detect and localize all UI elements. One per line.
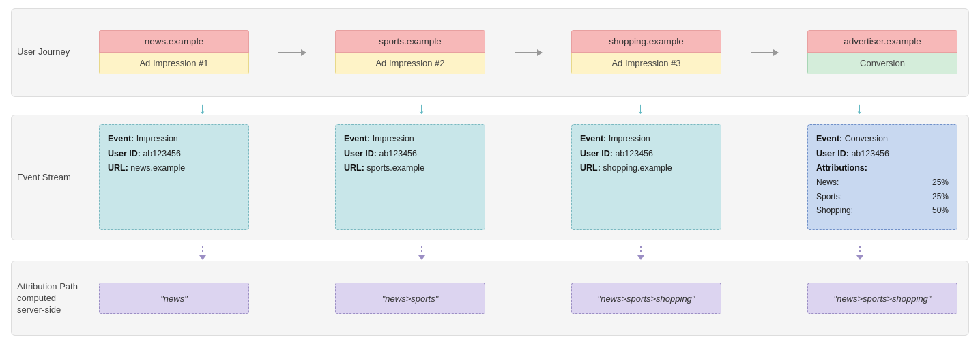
- solid-arrows-row: ↓ ↓ ↓ ↓: [11, 101, 969, 115]
- dv-arrow-2: [347, 246, 497, 261]
- dv-arrow-4: [785, 246, 935, 261]
- dashed-down-arrow-3: [637, 246, 644, 261]
- down-arrow-icon-3: ↓: [637, 101, 644, 116]
- down-arrow-icon-4: ↓: [856, 101, 863, 116]
- event-label-3: Event: Impression: [580, 132, 712, 146]
- dashed-down-arrow-4: [856, 246, 863, 261]
- attribution-news: News: 25%: [816, 175, 949, 189]
- event-uid-4: User ID: ab123456: [816, 147, 949, 161]
- v-arrow-4: ↓: [785, 101, 935, 116]
- attr-slot-2: "news>sports": [335, 283, 485, 314]
- attribution-label: Attribution Path computed server-side: [17, 281, 99, 316]
- journey-card-advertiser: advertiser.example Conversion: [807, 30, 957, 74]
- journey-card-news: news.example Ad Impression #1: [99, 30, 249, 74]
- journey-card-shopping: shopping.example Ad Impression #3: [571, 30, 721, 74]
- event-card-impression-1: Event: Impression User ID: ab123456 URL:…: [99, 124, 249, 230]
- attribution-shopping: Shopping: 50%: [816, 203, 949, 217]
- attr-slot-1: "news": [99, 283, 249, 314]
- attr-card-2: "news>sports": [335, 283, 485, 314]
- attr-news-value: 25%: [932, 175, 949, 189]
- event-card-2: Event: Impression User ID: ab123456 URL:…: [335, 124, 485, 230]
- attr-slot-4: "news>sports>shopping": [807, 283, 957, 314]
- attribution-sports: Sports: 25%: [816, 190, 949, 203]
- event-uid-3: User ID: ab123456: [580, 147, 712, 161]
- attr-sports-value: 25%: [932, 190, 949, 203]
- attr-cards-container: "news" "news>sports" "news>sports>shoppi…: [99, 283, 968, 314]
- journey-site-4: advertiser.example: [807, 30, 957, 53]
- event-uid-1: User ID: ab123456: [108, 147, 240, 161]
- journey-action-4: Conversion: [807, 53, 957, 74]
- journey-site-3: shopping.example: [571, 30, 721, 53]
- v-arrow-2: ↓: [347, 101, 497, 116]
- dashed-down-arrow-1: [199, 246, 206, 261]
- event-url-3: URL: shopping.example: [580, 161, 712, 175]
- arrow-2: [485, 52, 571, 53]
- event-card-4: Event: Conversion User ID: ab123456 Attr…: [807, 124, 957, 230]
- event-url-1: URL: news.example: [108, 161, 240, 175]
- user-journey-row: User Journey news.example Ad Impression …: [11, 8, 969, 97]
- event-stream-label: Event Stream: [17, 172, 99, 184]
- attr-news-label: News:: [816, 175, 839, 189]
- event-label-4: Event: Conversion: [816, 132, 949, 146]
- journey-site-2: sports.example: [335, 30, 485, 53]
- arrow-3: [721, 52, 807, 53]
- event-label-2: Event: Impression: [344, 132, 476, 146]
- event-stream-row: Event Stream Event: Impression User ID: …: [11, 115, 969, 241]
- dashed-arrows-row: [11, 246, 969, 261]
- journey-card-impression-2: sports.example Ad Impression #2: [335, 30, 485, 74]
- arrow-1: [249, 52, 335, 53]
- event-uid-2: User ID: ab123456: [344, 147, 476, 161]
- event-attributions-label: Attributions:: [816, 161, 949, 175]
- journey-card-sports: sports.example Ad Impression #2: [335, 30, 485, 74]
- event-card-conversion: Event: Conversion User ID: ab123456 Attr…: [807, 124, 957, 230]
- horizontal-arrow-3: [751, 52, 778, 53]
- journey-action-1: Ad Impression #1: [99, 53, 249, 74]
- journey-site-1: news.example: [99, 30, 249, 53]
- user-journey-label: User Journey: [17, 46, 99, 58]
- journey-action-2: Ad Impression #2: [335, 53, 485, 74]
- event-card-impression-2: Event: Impression User ID: ab123456 URL:…: [335, 124, 485, 230]
- journey-action-3: Ad Impression #3: [571, 53, 721, 74]
- event-url-2: URL: sports.example: [344, 161, 476, 175]
- event-card-3: Event: Impression User ID: ab123456 URL:…: [571, 124, 721, 230]
- attr-card-3: "news>sports>shopping": [571, 283, 721, 314]
- attr-shopping-label: Shopping:: [816, 203, 853, 217]
- attr-card-4: "news>sports>shopping": [807, 283, 957, 314]
- journey-cards-container: news.example Ad Impression #1 sports.exa…: [99, 30, 968, 74]
- attr-shopping-value: 50%: [932, 203, 949, 217]
- dv-arrow-1: [128, 246, 278, 261]
- attr-sports-label: Sports:: [816, 190, 842, 203]
- journey-card-impression-3: shopping.example Ad Impression #3: [571, 30, 721, 74]
- attr-slot-3: "news>sports>shopping": [571, 283, 721, 314]
- event-label-1: Event: Impression: [108, 132, 240, 146]
- horizontal-arrow-2: [515, 52, 542, 53]
- v-arrow-3: ↓: [566, 101, 716, 116]
- dashed-down-arrow-2: [418, 246, 425, 261]
- journey-card-impression-1: news.example Ad Impression #1: [99, 30, 249, 74]
- event-card-1: Event: Impression User ID: ab123456 URL:…: [99, 124, 249, 230]
- journey-card-conversion: advertiser.example Conversion: [807, 30, 957, 74]
- attribution-row: Attribution Path computed server-side "n…: [11, 261, 969, 336]
- horizontal-arrow-1: [278, 52, 306, 53]
- dv-arrow-3: [566, 246, 716, 261]
- event-cards-container: Event: Impression User ID: ab123456 URL:…: [99, 124, 968, 230]
- v-arrow-1: ↓: [128, 101, 278, 116]
- attr-card-1: "news": [99, 283, 249, 314]
- down-arrow-icon-1: ↓: [199, 101, 206, 116]
- down-arrow-icon-2: ↓: [418, 101, 425, 116]
- event-card-impression-3: Event: Impression User ID: ab123456 URL:…: [571, 124, 721, 230]
